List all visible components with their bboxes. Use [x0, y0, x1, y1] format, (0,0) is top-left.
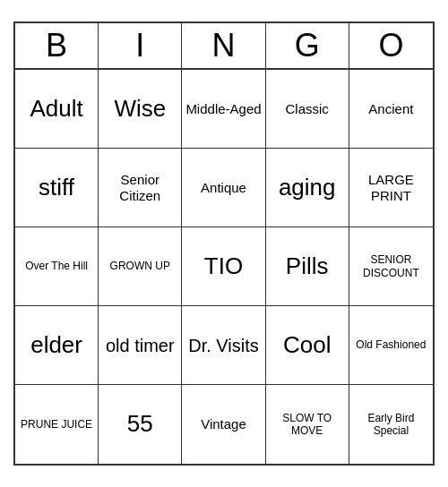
bingo-cell: Antique	[182, 149, 265, 227]
bingo-cell: Senior Citizen	[99, 149, 182, 227]
bingo-cell: elder	[15, 306, 99, 385]
bingo-cell: Wise	[99, 70, 182, 149]
bingo-cell: Old Fashioned	[349, 306, 433, 385]
header-letter: I	[99, 23, 182, 68]
bingo-cell: Classic	[266, 70, 349, 149]
bingo-cell: Ancient	[349, 70, 433, 149]
bingo-cell: PRUNE JUICE	[15, 385, 99, 464]
bingo-cell: Over The Hill	[15, 227, 99, 306]
bingo-cell: 55	[99, 385, 182, 464]
bingo-cell: Early Bird Special	[349, 385, 433, 464]
bingo-cell: SENIOR DISCOUNT	[349, 227, 433, 306]
bingo-cell: Middle-Aged	[182, 70, 265, 149]
bingo-cell: Vintage	[182, 385, 265, 464]
bingo-cell: Dr. Visits	[182, 306, 265, 385]
header-letter: B	[15, 23, 99, 68]
bingo-cell: SLOW TO MOVE	[266, 385, 349, 464]
bingo-cell: Cool	[266, 306, 349, 385]
header-letter: G	[266, 23, 349, 68]
bingo-cell: Adult	[15, 70, 99, 149]
bingo-cell: aging	[266, 149, 349, 227]
bingo-cell: stiff	[15, 149, 99, 227]
bingo-cell: Pills	[266, 227, 349, 306]
bingo-card: BINGO AdultWiseMiddle-AgedClassicAncient…	[13, 21, 435, 466]
header-letter: O	[349, 23, 433, 68]
bingo-cell: LARGE PRINT	[349, 149, 433, 227]
bingo-grid: AdultWiseMiddle-AgedClassicAncientstiffS…	[15, 70, 433, 464]
bingo-cell: TIO	[182, 227, 265, 306]
bingo-cell: GROWN UP	[99, 227, 182, 306]
bingo-header: BINGO	[15, 23, 433, 70]
header-letter: N	[182, 23, 265, 68]
bingo-cell: old timer	[99, 306, 182, 385]
